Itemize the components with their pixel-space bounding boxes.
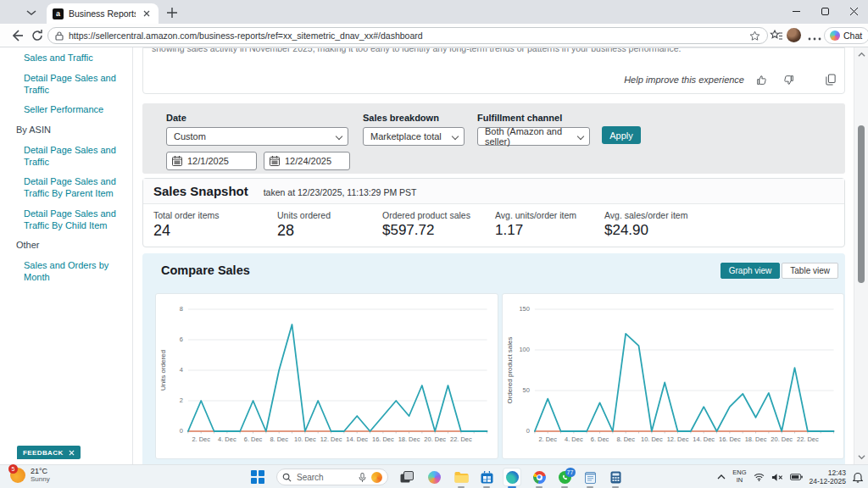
scrollbar-up-icon[interactable] [858,51,865,58]
sidebar-item-detail-page-sales-traffic-asin[interactable]: Detail Page Sales and Traffic [0,145,125,169]
browser-tab[interactable]: a Business Reports [47,3,159,24]
tray-chevron-icon[interactable] [717,474,726,480]
battery-icon[interactable] [790,473,803,481]
address-bar[interactable]: https://sellercentral.amazon.com/busines… [47,27,768,44]
metric-avg-sales-per-order: Avg. sales/order item$24.90 [604,210,687,240]
svg-text:4: 4 [180,366,183,374]
sidebar-item-sales-orders-by-month[interactable]: Sales and Orders by Month [0,260,125,284]
page-content: Sales and Traffic Detail Page Sales and … [0,47,868,464]
date-from-input[interactable]: 12/1/2025 [166,152,257,170]
svg-text:Ordered product sales: Ordered product sales [505,336,513,403]
tab-search-chevron-icon[interactable] [24,6,39,19]
sales-breakdown-select[interactable]: Marketplace total [363,127,465,146]
notification-bell-icon[interactable] [853,472,863,483]
sidebar-item-sales-and-traffic[interactable]: Sales and Traffic [0,53,125,64]
thumbs-down-icon[interactable] [783,75,794,86]
svg-text:4. Dec: 4. Dec [565,435,583,443]
svg-text:4. Dec: 4. Dec [218,435,236,443]
close-feedback-icon[interactable] [69,450,75,456]
sidebar-item-seller-performance[interactable]: Seller Performance [0,104,125,116]
edge-icon[interactable] [504,469,520,485]
svg-text:150: 150 [519,305,529,313]
svg-text:6: 6 [180,336,183,343]
favorites-icon[interactable] [770,29,783,42]
search-placeholder: Search [297,473,353,482]
lock-icon[interactable] [55,31,64,41]
compare-sales-section: Compare Sales Graph view Table view 0246… [142,253,845,464]
svg-text:20. Dec: 20. Dec [424,435,446,443]
minimize-icon[interactable] [782,0,810,22]
browser-navbar: https://sellercentral.amazon.com/busines… [0,24,868,47]
notepad-icon[interactable] [581,469,598,485]
fulfillment-channel-label: Fulfillment channel [477,113,562,123]
svg-text:100: 100 [519,346,529,353]
wifi-icon[interactable] [754,473,765,481]
calendar-icon [270,156,280,166]
page-scrollbar[interactable] [854,47,868,464]
more-menu-icon[interactable] [808,32,821,46]
metric-units-ordered: Units ordered28 [277,210,382,240]
language-indicator[interactable]: ENGIN [732,469,746,484]
scrollbar-down-icon[interactable] [858,453,865,461]
svg-text:22. Dec: 22. Dec [450,435,472,443]
sidebar-item-detail-page-parent-item[interactable]: Detail Page Sales and Traffic By Parent … [0,176,125,200]
amazon-favicon: a [53,8,64,19]
svg-text:8: 8 [180,305,183,313]
windows-taskbar: 5 21°C Sunny Search [0,464,868,488]
copilot-taskbar-icon[interactable] [426,469,442,485]
graph-view-button[interactable]: Graph view [721,263,781,279]
search-highlight-icon[interactable] [371,472,382,483]
apply-button[interactable]: Apply [602,126,641,144]
task-view-icon[interactable] [398,469,415,485]
copy-icon[interactable] [826,74,836,86]
bookmark-star-icon[interactable] [749,30,760,42]
svg-text:6. Dec: 6. Dec [244,435,263,443]
svg-text:12. Dec: 12. Dec [320,435,342,443]
weather-widget[interactable]: 5 21°C Sunny [10,467,50,483]
clock[interactable]: 12:4324-12-2025 [810,469,846,485]
chrome-icon[interactable] [531,469,548,485]
chevron-down-icon [452,133,459,140]
compare-sales-title: Compare Sales [161,263,250,277]
refresh-icon[interactable] [31,29,44,42]
table-view-button[interactable]: Table view [782,263,838,279]
profile-avatar[interactable] [787,28,801,42]
close-tab-icon[interactable] [141,8,153,19]
chevron-down-icon [336,133,342,140]
maximize-icon[interactable] [810,0,839,22]
svg-text:10. Dec: 10. Dec [294,435,316,443]
sales-snapshot-title: Sales Snapshot [153,184,248,198]
back-icon[interactable] [10,29,24,42]
sidebar-item-detail-page-sales-traffic[interactable]: Detail Page Sales and Traffic [0,73,125,97]
date-to-input[interactable]: 12/24/2025 [264,152,350,170]
start-button[interactable] [251,470,264,484]
feedback-button[interactable]: FEEDBACK [17,446,81,459]
taskbar-search[interactable]: Search [276,469,388,485]
svg-text:8. Dec: 8. Dec [270,435,288,443]
url-text: https://sellercentral.amazon.com/busines… [69,30,744,41]
fulfillment-channel-select[interactable]: Both (Amazon and seller) [477,127,590,146]
thumbs-up-icon[interactable] [756,75,767,86]
sales-snapshot-card: Sales Snapshot taken at 12/23/2025, 11:1… [142,178,845,247]
whatsapp-icon[interactable]: 77 [556,469,573,485]
svg-text:18. Dec: 18. Dec [398,435,420,443]
metric-avg-units-per-order: Avg. units/order item1.17 [495,210,604,240]
weather-icon: 5 [10,468,25,483]
new-tab-icon[interactable] [166,7,178,19]
report-filters: Date Custom 12/1/2025 12/24/2025 Sales b… [142,103,845,174]
banner-clipped-text: showing sales activity in November 2025,… [143,47,844,53]
sidebar-item-detail-page-child-item[interactable]: Detail Page Sales and Traffic By Child I… [0,208,125,232]
mic-icon[interactable] [359,473,366,482]
microsoft-store-icon[interactable] [478,469,495,485]
volume-muted-icon[interactable] [771,473,783,482]
snapshot-metrics: Total order items24 Units ordered28 Orde… [143,204,844,240]
copilot-chat-button[interactable]: Chat [824,27,868,44]
scrollbar-thumb[interactable] [858,125,865,283]
file-explorer-icon[interactable] [453,469,470,485]
sidebar-nav: Sales and Traffic Detail Page Sales and … [0,47,133,464]
units-ordered-chart: 024682. Dec4. Dec6. Dec8. Dec10. Dec12. … [155,293,498,459]
svg-text:16. Dec: 16. Dec [719,435,741,443]
date-range-select[interactable]: Custom [166,127,348,146]
calculator-icon[interactable] [607,469,624,485]
close-window-icon[interactable] [839,0,868,22]
